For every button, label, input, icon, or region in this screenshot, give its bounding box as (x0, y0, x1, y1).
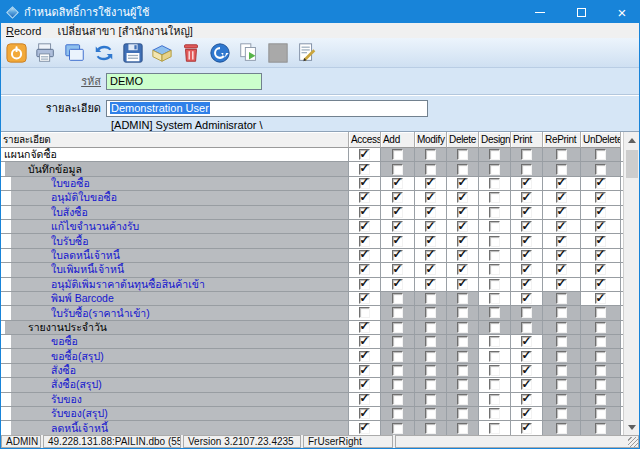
col-header-design[interactable]: Design (479, 132, 511, 148)
perm-cell-add[interactable] (381, 335, 415, 348)
perm-cell-print[interactable] (511, 177, 543, 190)
perm-cell-access[interactable] (349, 378, 381, 391)
perm-cell-access[interactable] (349, 421, 381, 434)
perm-cell-print[interactable] (511, 292, 543, 305)
row-label[interactable]: สั่งซื้อ (1, 364, 349, 377)
perm-cell-delete[interactable] (447, 177, 479, 190)
perm-cell-modify[interactable] (415, 206, 447, 219)
perm-cell-delete[interactable] (447, 349, 479, 362)
perm-cell-design[interactable] (479, 263, 511, 276)
sync-button[interactable] (91, 40, 117, 66)
row-label[interactable]: ลดหนี้เจ้าหนี้ (1, 421, 349, 434)
row-label[interactable]: ใบขอซื้อ (1, 177, 349, 190)
perm-cell-add[interactable] (381, 364, 415, 377)
perm-cell-add[interactable] (381, 306, 415, 319)
perm-cell-print[interactable] (511, 407, 543, 420)
perm-cell-design[interactable] (479, 421, 511, 434)
perm-cell-reprint[interactable] (543, 220, 581, 233)
perm-cell-delete[interactable] (447, 421, 479, 434)
perm-cell-add[interactable] (381, 191, 415, 204)
perm-cell-reprint[interactable] (543, 162, 581, 175)
perm-cell-delete[interactable] (447, 234, 479, 247)
perm-cell-access[interactable] (349, 393, 381, 406)
row-label[interactable]: ใบรับซื้อ (1, 234, 349, 247)
perm-cell-add[interactable] (381, 162, 415, 175)
perm-cell-undelete[interactable] (581, 177, 621, 190)
perm-cell-add[interactable] (381, 148, 415, 161)
perm-cell-reprint[interactable] (543, 278, 581, 291)
perm-cell-reprint[interactable] (543, 421, 581, 434)
perm-cell-print[interactable] (511, 148, 543, 161)
perm-cell-modify[interactable] (415, 378, 447, 391)
perm-cell-print[interactable] (511, 162, 543, 175)
export-button[interactable] (149, 40, 175, 66)
perm-cell-delete[interactable] (447, 321, 479, 334)
col-header-add[interactable]: Add (381, 132, 415, 148)
perm-cell-modify[interactable] (415, 191, 447, 204)
perm-cell-delete[interactable] (447, 306, 479, 319)
perm-cell-reprint[interactable] (543, 335, 581, 348)
perm-cell-add[interactable] (381, 278, 415, 291)
perm-cell-add[interactable] (381, 421, 415, 434)
perm-cell-undelete[interactable] (581, 349, 621, 362)
perm-cell-access[interactable] (349, 364, 381, 377)
blank-button[interactable] (265, 40, 291, 66)
perm-cell-delete[interactable] (447, 292, 479, 305)
row-label[interactable]: อนุมัติเพิ่มราคาต้นทุนซื้อสินค้าเข้า (1, 278, 349, 291)
perm-cell-reprint[interactable] (543, 378, 581, 391)
perm-cell-print[interactable] (511, 335, 543, 348)
perm-cell-add[interactable] (381, 206, 415, 219)
perm-cell-design[interactable] (479, 407, 511, 420)
perm-cell-delete[interactable] (447, 220, 479, 233)
perm-cell-access[interactable] (349, 191, 381, 204)
row-label[interactable]: แก้ไขจำนวนค้างรับ (1, 220, 349, 233)
perm-cell-design[interactable] (479, 364, 511, 377)
perm-cell-access[interactable] (349, 306, 381, 319)
printer-button[interactable] (33, 40, 59, 66)
grid-header-details[interactable]: รายละเอียด (1, 132, 349, 148)
perm-cell-reprint[interactable] (543, 177, 581, 190)
perm-cell-modify[interactable] (415, 263, 447, 276)
row-label[interactable]: พิมพ์ Barcode (1, 292, 349, 305)
perm-cell-access[interactable] (349, 407, 381, 420)
perm-cell-design[interactable] (479, 393, 511, 406)
save-button[interactable] (120, 40, 146, 66)
perm-cell-print[interactable] (511, 278, 543, 291)
row-label[interactable]: รับของ (1, 393, 349, 406)
perm-cell-undelete[interactable] (581, 220, 621, 233)
perm-cell-undelete[interactable] (581, 306, 621, 319)
perm-cell-access[interactable] (349, 349, 381, 362)
perm-cell-delete[interactable] (447, 148, 479, 161)
perm-cell-print[interactable] (511, 306, 543, 319)
refresh-button[interactable] (207, 40, 233, 66)
perm-cell-print[interactable] (511, 321, 543, 334)
perm-cell-access[interactable] (349, 278, 381, 291)
perm-cell-delete[interactable] (447, 263, 479, 276)
perm-cell-modify[interactable] (415, 162, 447, 175)
perm-cell-add[interactable] (381, 249, 415, 262)
perm-cell-reprint[interactable] (543, 292, 581, 305)
perm-cell-reprint[interactable] (543, 364, 581, 377)
row-label[interactable]: สั่งซื้อ(สรุป) (1, 378, 349, 391)
perm-cell-delete[interactable] (447, 335, 479, 348)
perm-cell-undelete[interactable] (581, 191, 621, 204)
perm-cell-undelete[interactable] (581, 278, 621, 291)
delete-button[interactable] (178, 40, 204, 66)
perm-cell-design[interactable] (479, 162, 511, 175)
col-header-access[interactable]: Access (349, 132, 381, 148)
maximize-button[interactable] (564, 1, 598, 23)
perm-cell-design[interactable] (479, 349, 511, 362)
perm-cell-delete[interactable] (447, 162, 479, 175)
row-label[interactable]: อนุมัติใบขอซื้อ (1, 191, 349, 204)
row-label[interactable]: ขอซื้อ (1, 335, 349, 348)
perm-cell-print[interactable] (511, 234, 543, 247)
perm-cell-undelete[interactable] (581, 206, 621, 219)
resize-grip[interactable] (628, 437, 638, 447)
row-label[interactable]: ใบลดหนี้เจ้าหนี้ (1, 249, 349, 262)
row-label[interactable]: ใบรับซื้อ(ราคานำเข้า) (1, 306, 349, 319)
perm-cell-design[interactable] (479, 278, 511, 291)
perm-cell-print[interactable] (511, 364, 543, 377)
perm-cell-delete[interactable] (447, 206, 479, 219)
perm-cell-print[interactable] (511, 349, 543, 362)
perm-cell-add[interactable] (381, 407, 415, 420)
